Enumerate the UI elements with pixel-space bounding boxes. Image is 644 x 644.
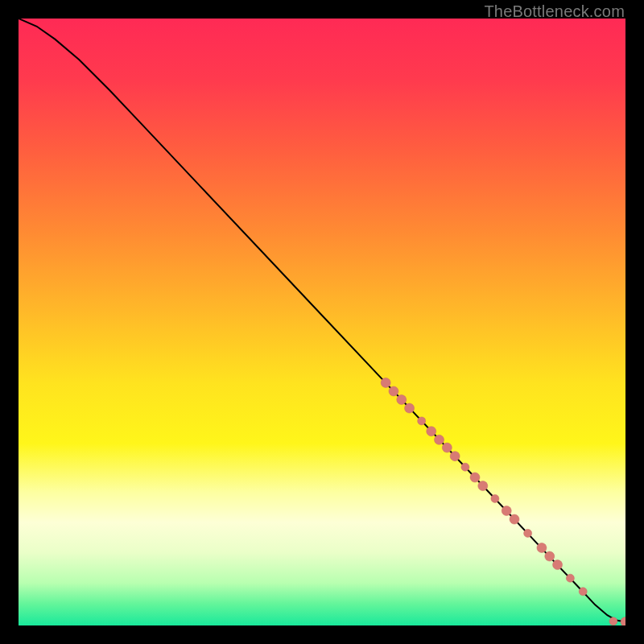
data-marker (405, 403, 415, 413)
data-marker (524, 529, 532, 537)
data-marker (381, 378, 390, 387)
gradient-background (19, 19, 625, 625)
data-marker (566, 574, 574, 582)
data-marker (418, 417, 426, 425)
data-marker (478, 481, 488, 491)
data-marker (470, 473, 480, 482)
data-marker (510, 514, 519, 524)
data-marker (461, 463, 469, 471)
chart-svg (19, 19, 625, 625)
data-marker (579, 588, 587, 596)
chart-stage: TheBottleneck.com (0, 0, 644, 644)
data-marker (450, 452, 460, 461)
data-marker (502, 506, 511, 515)
data-marker (427, 427, 436, 436)
data-marker (609, 617, 617, 625)
data-marker (537, 543, 547, 552)
data-marker (435, 435, 444, 444)
plot-area (19, 19, 625, 625)
data-marker (442, 443, 452, 452)
data-marker (491, 494, 499, 502)
data-marker (553, 560, 563, 570)
data-marker (545, 551, 555, 561)
data-marker (389, 386, 398, 396)
data-marker (397, 395, 407, 405)
